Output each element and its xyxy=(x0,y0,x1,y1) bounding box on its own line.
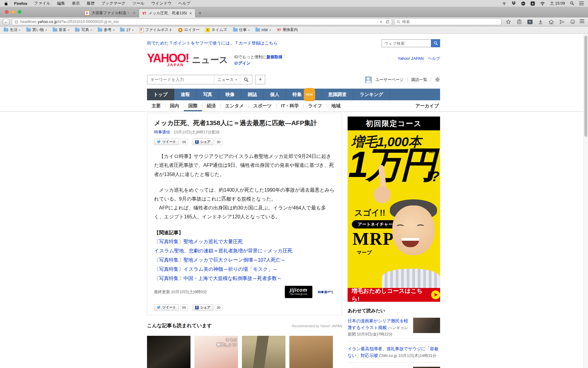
facebook-share-button[interactable]: f シェア xyxy=(192,304,213,311)
tab-close-icon[interactable]: ✕ xyxy=(133,11,136,15)
bookmark-folder-seikatsu[interactable]: 生活▾ xyxy=(4,27,21,33)
browser-search-field[interactable] xyxy=(394,18,501,25)
bookmark-folder-hw[interactable]: HW▾ xyxy=(255,28,271,32)
spotlight-icon[interactable] xyxy=(570,1,574,6)
tweet-button[interactable]: ツイート xyxy=(154,304,179,311)
login-link[interactable]: ログイン xyxy=(234,61,251,65)
related-link[interactable]: 〔写真特集〕聖地メッカで巨大クレーン倒壊～107人死亡～ xyxy=(154,256,335,264)
subtab-kokunai[interactable]: 国内 xyxy=(165,100,184,111)
bookmark-filepost[interactable]: Fファイルポスト xyxy=(139,27,173,33)
jiji-press-logo[interactable]: 時事通信社 xyxy=(316,289,335,294)
subtab-entame[interactable]: エンタメ xyxy=(221,100,248,111)
web-search-input[interactable] xyxy=(382,39,431,47)
back-button[interactable]: ← xyxy=(2,18,10,25)
subtab-keizai[interactable]: 経済 xyxy=(202,100,221,111)
recommend-card[interactable]: そうだ難民しよう! 日本の漫画家がシリア難民を軽蔑するイラス xyxy=(194,336,238,368)
tpoint-notice-link[interactable]: 街でためたＴポイントをヤフーで使うには。Ｔカード登録はこちら xyxy=(147,40,278,46)
related-link[interactable]: イスラム聖地、悲劇の連鎖＝巡礼者急増が背景に－メッカ圧死 xyxy=(154,247,335,255)
airport-icon[interactable] xyxy=(502,2,507,6)
userpage-link[interactable]: ユーザーページ xyxy=(375,77,404,82)
jijicom-logo[interactable]: jijicom http://www.jiji.com xyxy=(285,286,312,298)
tab-kojin[interactable]: 個人 xyxy=(264,89,286,100)
creative-cloud-icon[interactable]: Cc xyxy=(521,1,526,6)
bookmark-times[interactable]: tタイムズ xyxy=(205,27,227,33)
yahoo-japan-link[interactable]: Yahoo! JAPAN xyxy=(398,56,424,61)
tab-tokushu[interactable]: 特集NEW xyxy=(286,89,322,100)
pocket-icon[interactable]: ▾ xyxy=(526,18,533,25)
minimize-window-button[interactable] xyxy=(11,10,15,14)
apple-icon[interactable] xyxy=(4,1,8,6)
bookmarks-panel-icon[interactable] xyxy=(515,18,523,25)
search-scope-select[interactable]: ニュース▾ xyxy=(214,75,240,84)
tab-shashin[interactable]: 写真 xyxy=(197,89,219,100)
settings-gear-icon[interactable] xyxy=(435,77,440,82)
subtab-shuyo[interactable]: 主要 xyxy=(147,100,165,111)
subtab-sports[interactable]: スポーツ xyxy=(248,100,276,111)
browser-tab-2-active[interactable]: Y! メッカ圧死、死者1358人に... ✕ xyxy=(139,9,195,17)
tab-zasshi[interactable]: 雑誌 xyxy=(241,89,264,100)
downloads-icon[interactable] xyxy=(537,18,544,25)
input-source-icon[interactable]: A xyxy=(530,1,535,6)
web-search-button[interactable] xyxy=(431,39,440,47)
keyword-input[interactable] xyxy=(147,75,214,84)
hair-growth-ad-banner[interactable]: 初回限定コース 増毛1,000本 （＋税） 1万円 !? スゴイ!! アートネイ… xyxy=(348,117,440,302)
reload-icon[interactable] xyxy=(386,20,390,24)
tab-ishikichosa[interactable]: 意識調査 xyxy=(322,89,353,100)
notification-center-icon[interactable] xyxy=(579,1,584,6)
menu-file[interactable]: ファイル xyxy=(34,1,50,6)
home-icon[interactable] xyxy=(548,18,555,25)
close-window-button[interactable] xyxy=(5,10,9,14)
recommend-card[interactable]: 大巡礼の犠牲者1358人に サウジの宗教指 xyxy=(147,336,190,368)
bookmark-folder-sankou[interactable]: 参考▾ xyxy=(98,27,115,33)
tab-sokuho[interactable]: 速報 xyxy=(174,89,197,100)
related-link[interactable]: 〔写真特集〕聖地メッカ巡礼で大量圧死 xyxy=(154,238,335,245)
wifi-icon[interactable] xyxy=(540,2,545,6)
menu-help[interactable]: ヘルプ xyxy=(178,1,190,6)
browser-search-input[interactable] xyxy=(402,20,499,24)
subtab-chiiki[interactable]: 地域 xyxy=(327,100,345,111)
news-search-button[interactable] xyxy=(240,75,252,84)
also-read-item[interactable]: 日本の漫画家がシリア難民を軽蔑するイラスト掲載 ハンギョレ新聞 10月9日(金)… xyxy=(348,314,440,342)
menu-firefox[interactable]: Firefox xyxy=(14,1,27,6)
tab-close-icon[interactable]: ✕ xyxy=(189,11,192,16)
bookmark-star-icon[interactable] xyxy=(505,18,512,25)
scrollbar-thumb[interactable] xyxy=(584,36,587,137)
zoom-window-button[interactable] xyxy=(18,10,21,14)
menu-bookmarks[interactable]: ブックマーク xyxy=(101,1,126,6)
menu-edit[interactable]: 編集 xyxy=(57,1,65,6)
add-search-tab-button[interactable]: + xyxy=(255,75,265,84)
url-bar[interactable]: headlines.yahoo.co.jp/hl?a=20151010-0000… xyxy=(12,18,392,25)
bookmark-reuters[interactable]: ロイター xyxy=(178,27,200,33)
also-read-item[interactable]: 保護された姉妹、１カ月ぶり入浴 親子が月４万円で生活 朝日新聞デジタル 10月1… xyxy=(348,363,440,368)
facebook-share-button[interactable]: f シェア xyxy=(192,139,213,145)
related-link[interactable]: 〔写真特集〕中国・上海で大規模な転倒事故～死者多数～ xyxy=(154,275,335,282)
share-icon[interactable] xyxy=(558,18,566,25)
subtab-life[interactable]: ライフ xyxy=(303,100,327,111)
menu-window[interactable]: ウインドウ xyxy=(151,1,172,6)
article-source-link[interactable]: 時事通信 xyxy=(154,129,170,135)
menu-hamburger-icon[interactable] xyxy=(580,18,584,25)
related-link[interactable]: 〔写真特集〕イスラム美の神髄～祈りの場「モスク」～ xyxy=(154,266,335,273)
tab-top[interactable]: トップ xyxy=(147,89,174,100)
recommend-card[interactable]: 火星表面の写真公開 「数十億年前に湖や川 xyxy=(289,336,333,368)
bookmark-folder-shashin[interactable]: 写真▾ xyxy=(75,27,92,33)
tab-ranking[interactable]: ランキング xyxy=(353,89,390,100)
menu-view[interactable]: 表示 xyxy=(72,1,80,6)
also-read-item[interactable]: イラン最高指導者、巡礼事故でサウジに「容赦ない」対応示唆 CNN.co.jp 1… xyxy=(348,342,440,363)
dropbox-icon[interactable] xyxy=(511,1,516,6)
archive-link[interactable]: アーカイブ xyxy=(416,103,440,109)
menubar-clock[interactable]: 土 15:09 xyxy=(550,1,565,6)
tab-eizo[interactable]: 映像 xyxy=(219,89,241,100)
feedback-smiley-icon[interactable] xyxy=(569,18,576,25)
ad-cta-button[interactable]: 増毛おためしコースはこちら! xyxy=(348,288,440,302)
yahoo-japan-logo[interactable]: YAHOO! JAPAN xyxy=(147,52,189,67)
bookmark-norikae[interactable]: Y!乗換案内 xyxy=(277,27,298,33)
recommend-card[interactable]: 大渋滞の高速道で…湯沸かして食事も 中国 xyxy=(242,336,285,368)
help-link[interactable]: ヘルプ xyxy=(428,56,440,61)
subtab-kokusai-active[interactable]: 国際 xyxy=(184,100,202,111)
url-dropdown-icon[interactable]: ▼ xyxy=(378,20,384,24)
subscription-link[interactable]: 購読一覧 xyxy=(411,77,427,82)
bookmark-folder-ongaku[interactable]: 音楽▾ xyxy=(53,27,70,33)
menu-history[interactable]: 履歴 xyxy=(87,1,95,6)
bookmark-folder-27[interactable]: 27▾ xyxy=(120,28,133,32)
